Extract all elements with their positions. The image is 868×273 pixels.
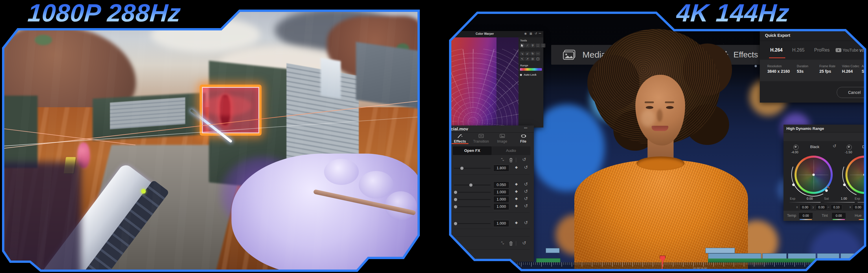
reset-icon[interactable]: ↺	[535, 32, 537, 35]
wheel-center-dot[interactable]	[812, 173, 815, 176]
tab-effects[interactable]: Effects	[450, 132, 470, 145]
rotate-tool-button[interactable]: ↻	[530, 52, 535, 56]
keyframe-diamond-icon[interactable]: ◆	[515, 165, 518, 169]
more-icon[interactable]: •••	[539, 32, 541, 34]
slider-handle[interactable]	[454, 191, 457, 194]
wheel-value[interactable]: -4.00	[791, 151, 798, 154]
reset-icon[interactable]: ↺	[524, 189, 528, 194]
reset-all-icon[interactable]: ↺	[522, 157, 526, 162]
wheel-center-dot[interactable]	[863, 173, 865, 176]
slider-handle[interactable]	[454, 198, 457, 201]
timeline-clip[interactable]	[788, 253, 816, 259]
slider-handle[interactable]	[469, 184, 472, 187]
slider-handle[interactable]	[454, 205, 457, 208]
reset-icon[interactable]: ↺	[524, 182, 528, 187]
pointer-tool-button[interactable]	[520, 44, 525, 48]
color-wheel-black[interactable]	[795, 156, 833, 194]
open-fx-button[interactable]: Open FX	[453, 146, 492, 155]
exp-value[interactable]: 0.00	[807, 197, 813, 200]
reorder-chevrons-icon[interactable]: ⌃⌄	[500, 157, 503, 162]
z-value[interactable]: 0.10	[831, 204, 842, 210]
warp-tool-button[interactable]: ↗	[525, 57, 530, 61]
target-tool-button[interactable]: ◎	[530, 57, 535, 61]
warp-tool-button[interactable]: ↘	[520, 52, 525, 56]
arc-handle[interactable]	[843, 184, 846, 186]
tab-transition[interactable]: Transition	[470, 132, 492, 145]
zone-icon[interactable]	[793, 145, 799, 150]
timeline-audio-clip[interactable]	[536, 258, 560, 263]
reset-icon[interactable]: ↺	[524, 203, 528, 209]
fullscreen-tool-button[interactable]: ⛶	[541, 44, 546, 48]
timeline-audio-track[interactable]	[708, 258, 865, 263]
warp-tool-button[interactable]: ↖	[520, 57, 525, 61]
slider-track[interactable]	[454, 168, 491, 169]
timeline-clip[interactable]	[763, 253, 787, 259]
expand-tool-button[interactable]: ⛶	[535, 44, 540, 48]
slider-track[interactable]	[454, 185, 491, 186]
tab-image[interactable]: Image	[492, 132, 513, 145]
keyframe-diamond-icon[interactable]: ◆	[515, 182, 518, 186]
audio-button[interactable]: Audio	[492, 146, 530, 155]
tab-vimeo[interactable]: vimeo	[859, 47, 868, 53]
auto-lock-toggle[interactable]	[520, 74, 522, 76]
timeline-ruler[interactable]: 01:00:16:00 01:00:18:00	[450, 262, 865, 270]
pick-tool-button[interactable]: ⚲	[530, 44, 535, 48]
sat-slider[interactable]	[824, 202, 855, 202]
slider-track[interactable]	[454, 192, 491, 193]
hue-value[interactable]: 0.00	[864, 213, 865, 219]
keyframe-diamond-icon[interactable]: ◆	[515, 189, 518, 193]
slider-track[interactable]	[454, 199, 491, 200]
timeline-end-marker[interactable]	[863, 247, 864, 263]
color-wheel-dark[interactable]	[845, 156, 865, 194]
warper-color-field[interactable]	[450, 37, 519, 128]
exp-slider[interactable]	[858, 202, 865, 202]
keyframe-diamond-icon[interactable]: ◆	[515, 221, 518, 225]
arc-handle[interactable]	[792, 184, 795, 186]
slider-handle[interactable]	[454, 222, 457, 225]
reset-icon[interactable]: ↺	[524, 196, 528, 201]
wheel-reset-icon[interactable]: ↺	[833, 143, 836, 149]
reorder-chevrons-icon[interactable]: ⌃⌄	[500, 241, 503, 245]
arc-handle[interactable]	[825, 189, 828, 192]
x-value[interactable]: 0.00	[799, 204, 811, 210]
reset-all-icon[interactable]: ↺	[522, 240, 526, 246]
slider-value[interactable]: 0.050	[493, 182, 509, 188]
slider-value[interactable]: 1.000	[493, 189, 509, 196]
tab-file[interactable]: File	[513, 132, 534, 145]
x-value[interactable]: 0.00	[852, 204, 864, 210]
trash-icon[interactable]	[509, 241, 513, 246]
temp-value[interactable]: 0.00	[799, 213, 813, 219]
slider-value[interactable]: 1.000	[493, 220, 509, 227]
slider-value[interactable]: 1.000	[493, 203, 509, 210]
slider-value[interactable]: 1.800	[493, 165, 509, 171]
lasso-tool-button[interactable]: ◯	[535, 57, 540, 61]
timeline-clip[interactable]	[708, 253, 761, 259]
timeline-clip[interactable]	[840, 253, 866, 259]
tab-h265[interactable]: H.265	[792, 48, 805, 53]
more-tools-button[interactable]: ⋯	[535, 52, 540, 56]
tint-value[interactable]: 0.00	[832, 213, 846, 219]
reset-icon[interactable]: ↺	[524, 220, 528, 225]
keyframe-diamond-icon[interactable]: ◆	[515, 196, 518, 200]
inspector-more-icon[interactable]: •••	[524, 126, 527, 130]
tab-prores[interactable]: ProRes	[814, 48, 830, 53]
page-indicator-dot[interactable]	[754, 65, 757, 67]
warp-tool-button[interactable]: ↙	[525, 52, 530, 56]
y-value[interactable]: 0.00	[816, 204, 827, 210]
zone-icon[interactable]	[846, 145, 852, 150]
range-gradient-bar[interactable]	[520, 68, 542, 71]
grid-view-icon[interactable]: ▦	[529, 32, 532, 35]
auto-lock-row[interactable]: Auto Lock	[520, 73, 536, 76]
exp-slider[interactable]	[789, 202, 820, 202]
wheel-value[interactable]: -1.50	[845, 151, 852, 154]
slider-track[interactable]	[454, 223, 491, 224]
reset-icon[interactable]: ↺	[524, 165, 528, 170]
tab-youtube[interactable]: YouTube	[842, 48, 859, 52]
tab-h264[interactable]: H.264	[770, 48, 783, 53]
trash-icon[interactable]	[509, 158, 513, 162]
sat-value[interactable]: 1.00	[841, 197, 847, 200]
keyframe-diamond-icon[interactable]: ◆	[515, 204, 518, 208]
timeline-clip[interactable]	[705, 248, 735, 253]
playhead[interactable]	[660, 255, 665, 273]
slider-value[interactable]: 1.000	[493, 196, 509, 203]
